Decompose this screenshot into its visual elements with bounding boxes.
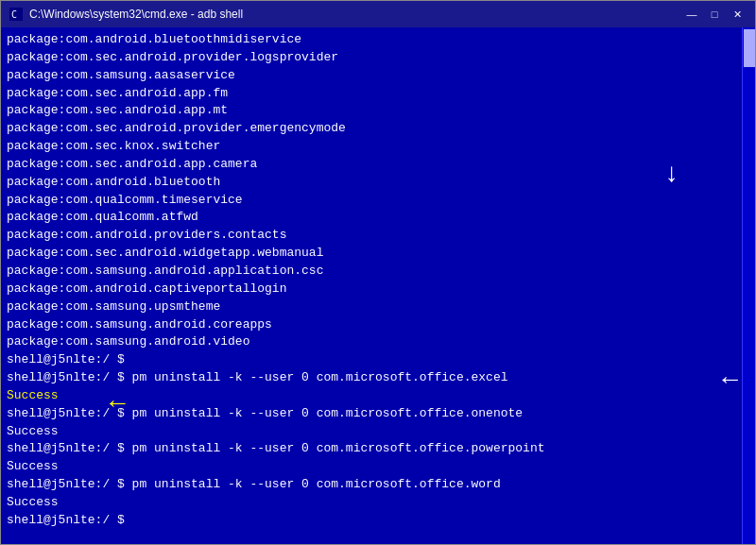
terminal-line: package:com.android.providers.contacts bbox=[7, 227, 749, 245]
terminal-line: shell@j5nlte:/ $ bbox=[7, 512, 749, 530]
terminal-line: package:com.sec.android.app.camera bbox=[7, 156, 749, 174]
terminal-line: package:com.qualcomm.timeservice bbox=[7, 192, 749, 210]
close-button[interactable]: ✕ bbox=[727, 5, 747, 24]
app-icon: C bbox=[9, 7, 24, 22]
titlebar: C C:\Windows\system32\cmd.exe - adb shel… bbox=[1, 1, 755, 27]
terminal-line: package:com.sec.android.provider.logspro… bbox=[7, 49, 749, 67]
minimize-button[interactable]: — bbox=[681, 5, 702, 24]
window-controls: — □ ✕ bbox=[681, 5, 747, 24]
terminal-line: shell@j5nlte:/ $ pm uninstall -k --user … bbox=[7, 405, 749, 423]
terminal-line: package:com.android.captiveportallogin bbox=[7, 281, 749, 298]
terminal-line: Success bbox=[7, 494, 749, 512]
terminal-line: package:com.android.bluetoothmidiservice bbox=[7, 31, 749, 49]
terminal-line: package:com.sec.android.app.fm bbox=[7, 85, 749, 103]
terminal-line: package:com.samsung.android.application.… bbox=[7, 263, 749, 281]
terminal-line: package:com.qualcomm.atfwd bbox=[7, 209, 749, 227]
terminal-line: Success bbox=[7, 458, 749, 476]
terminal-body[interactable]: package:com.android.bluetoothmidiservice… bbox=[1, 27, 755, 544]
terminal-line: shell@j5nlte:/ $ bbox=[7, 351, 749, 369]
terminal-line: shell@j5nlte:/ $ pm uninstall -k --user … bbox=[7, 476, 749, 494]
terminal-line: package:com.samsung.android.video bbox=[7, 333, 749, 351]
terminal-line: package:com.samsung.aasaservice bbox=[7, 67, 749, 85]
cmd-window: C C:\Windows\system32\cmd.exe - adb shel… bbox=[0, 0, 756, 545]
terminal-line: package:com.samsung.upsmtheme bbox=[7, 298, 749, 316]
terminal-line: package:com.sec.android.app.mt bbox=[7, 102, 749, 120]
terminal-line: shell@j5nlte:/ $ pm uninstall -k --user … bbox=[7, 369, 749, 387]
maximize-button[interactable]: □ bbox=[704, 5, 725, 24]
terminal-line: package:com.sec.android.provider.emergen… bbox=[7, 120, 749, 138]
terminal-line: Success bbox=[7, 387, 749, 405]
svg-text:C: C bbox=[11, 9, 17, 20]
terminal-line: package:com.sec.knox.switcher bbox=[7, 138, 749, 156]
terminal-line: package:com.sec.android.widgetapp.webman… bbox=[7, 245, 749, 263]
terminal-line: package:com.samsung.android.coreapps bbox=[7, 316, 749, 334]
terminal-line: shell@j5nlte:/ $ pm uninstall -k --user … bbox=[7, 440, 749, 458]
window-title: C:\Windows\system32\cmd.exe - adb shell bbox=[29, 8, 681, 21]
terminal-line: Success bbox=[7, 423, 749, 441]
terminal-line: package:com.android.bluetooth bbox=[7, 174, 749, 192]
